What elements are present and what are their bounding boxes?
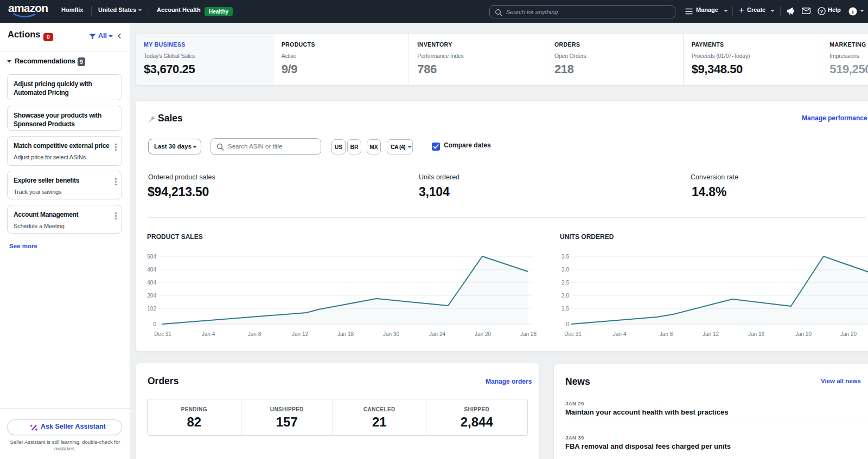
svg-text:Jan 8: Jan 8 — [248, 331, 261, 337]
svg-text:2.0: 2.0 — [561, 293, 569, 299]
svg-text:204: 204 — [147, 293, 156, 299]
svg-text:Jan 12: Jan 12 — [292, 331, 308, 337]
svg-text:?: ? — [820, 8, 824, 14]
svg-text:102: 102 — [147, 306, 156, 312]
svg-text:Dec 31: Dec 31 — [154, 331, 171, 337]
svg-text:0: 0 — [566, 321, 569, 327]
svg-text:3.0: 3.0 — [561, 267, 569, 273]
svg-text:Jan 28: Jan 28 — [520, 331, 537, 337]
svg-text:504: 504 — [147, 254, 156, 260]
svg-text:Jan 24: Jan 24 — [429, 331, 445, 337]
svg-text:Jan 20: Jan 20 — [475, 331, 491, 337]
svg-text:Jan 20: Jan 20 — [795, 331, 812, 337]
svg-text:0: 0 — [153, 321, 156, 327]
svg-text:Dec 31: Dec 31 — [564, 331, 582, 337]
svg-text:Jan 4: Jan 4 — [613, 331, 627, 337]
svg-text:Jan 12: Jan 12 — [703, 331, 719, 337]
svg-text:Jan 30: Jan 30 — [383, 331, 399, 337]
svg-text:Jan 16: Jan 16 — [748, 331, 764, 337]
svg-text:Jan 4: Jan 4 — [202, 331, 215, 337]
svg-text:404: 404 — [147, 267, 156, 273]
svg-text:404: 404 — [147, 280, 156, 286]
svg-text:Jan 8: Jan 8 — [660, 331, 673, 337]
svg-text:3.5: 3.5 — [561, 254, 569, 260]
svg-text:i: i — [852, 8, 853, 15]
svg-text:1.5: 1.5 — [561, 306, 569, 312]
svg-text:Jan 20: Jan 20 — [840, 331, 857, 337]
svg-text:Jan 18: Jan 18 — [337, 331, 354, 337]
svg-text:2.5: 2.5 — [561, 280, 569, 286]
